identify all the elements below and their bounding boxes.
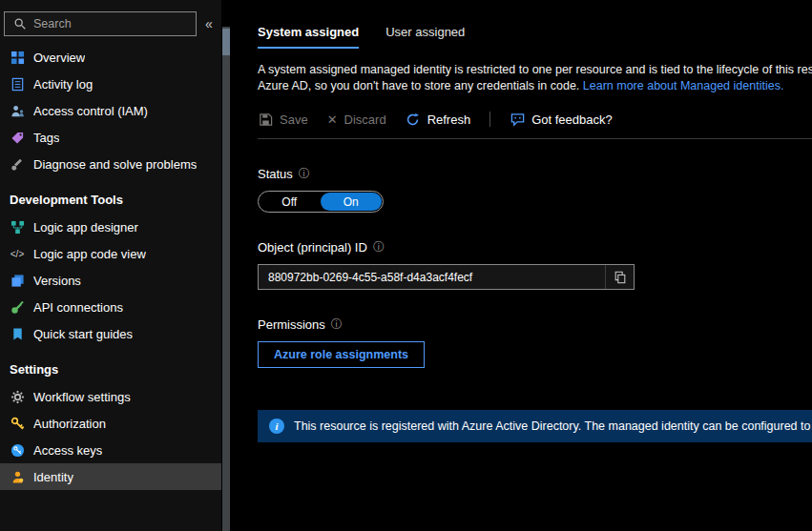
search-input[interactable]	[33, 17, 188, 31]
sidebar-item-api-connections[interactable]: API connections	[0, 294, 221, 320]
permissions-label-row: Permissions ⓘ	[258, 317, 812, 333]
banner-text: This resource is registered with Azure A…	[294, 419, 812, 433]
save-label: Save	[280, 112, 308, 127]
sidebar-item-label: Quick start guides	[33, 327, 133, 341]
tag-icon	[10, 130, 25, 145]
key-icon	[10, 416, 25, 431]
sidebar-item-label: Access keys	[33, 443, 102, 458]
access-keys-icon	[10, 442, 25, 458]
scrollbar-track[interactable]	[222, 27, 230, 531]
resource-sidebar: « Overview Activity log Access control (…	[0, 0, 221, 531]
sidebar-item-label: Logic app code view	[33, 247, 146, 261]
toggle-off-option[interactable]: Off	[259, 195, 321, 209]
object-id-info-icon[interactable]: ⓘ	[373, 239, 385, 255]
overview-icon	[10, 50, 25, 65]
description-line1: A system assigned managed identity is re…	[258, 62, 812, 78]
description-line2: Azure AD, so you don't have to store any…	[258, 78, 812, 94]
azure-role-assignments-button[interactable]: Azure role assignments	[258, 341, 425, 368]
discard-icon: ✕	[327, 112, 338, 127]
status-label: Status	[258, 167, 293, 181]
identity-pane: System assigned User assigned A system a…	[231, 0, 812, 531]
svg-text:</>: </>	[10, 249, 25, 259]
copy-button[interactable]	[605, 265, 634, 289]
sidebar-item-overview[interactable]: Overview	[0, 44, 221, 71]
sidebar-item-label: Logic app designer	[33, 220, 138, 235]
object-id-label: Object (principal) ID	[258, 240, 367, 255]
sidebar-item-label: Diagnose and solve problems	[33, 157, 197, 172]
sidebar-item-diagnose[interactable]: Diagnose and solve problems	[0, 151, 221, 177]
diagnose-icon	[10, 156, 25, 172]
sidebar-item-versions[interactable]: Versions	[0, 267, 221, 294]
tab-system-assigned[interactable]: System assigned	[258, 25, 359, 49]
sidebar-item-label: Access control (IAM)	[33, 104, 148, 118]
identity-icon	[10, 469, 25, 484]
toolbar-divider	[258, 138, 812, 139]
discard-label: Discard	[344, 112, 386, 127]
sidebar-item-label: Versions	[33, 274, 81, 288]
versions-icon	[10, 273, 25, 288]
feedback-icon	[510, 112, 525, 127]
sidebar-item-tags[interactable]: Tags	[0, 124, 221, 151]
discard-button[interactable]: ✕ Discard	[327, 112, 386, 127]
sidebar-item-label: Identity	[33, 470, 73, 484]
permissions-info-icon[interactable]: ⓘ	[331, 317, 343, 333]
permissions-label: Permissions	[258, 317, 325, 332]
quick-start-icon	[10, 326, 25, 341]
sidebar-section-development-tools: Development Tools	[0, 185, 221, 214]
access-control-icon	[10, 103, 25, 118]
save-button[interactable]: Save	[258, 112, 308, 127]
toggle-on-option[interactable]: On	[321, 193, 383, 211]
sidebar-item-label: Authorization	[33, 417, 106, 431]
designer-icon	[10, 219, 25, 235]
sidebar-item-access-control[interactable]: Access control (IAM)	[0, 97, 221, 124]
search-icon	[12, 16, 28, 31]
tab-user-assigned[interactable]: User assigned	[385, 25, 465, 49]
command-bar: Save ✕ Discard Refresh Got feedback?	[258, 112, 812, 127]
info-banner: i This resource is registered with Azure…	[258, 410, 812, 442]
sidebar-item-logic-app-code-view[interactable]: </> Logic app code view	[0, 240, 221, 267]
status-toggle[interactable]: Off On	[258, 191, 384, 213]
description-line2-text: Azure AD, so you don't have to store any…	[258, 79, 579, 92]
object-id-input[interactable]	[259, 265, 605, 289]
toolbar-separator	[489, 112, 490, 127]
sidebar-item-quick-start-guides[interactable]: Quick start guides	[0, 320, 221, 347]
sidebar-item-workflow-settings[interactable]: Workflow settings	[0, 383, 221, 410]
sidebar-item-logic-app-designer[interactable]: Logic app designer	[0, 214, 221, 240]
azure-portal-window: « Overview Activity log Access control (…	[0, 0, 812, 531]
collapse-sidebar-icon[interactable]: «	[200, 16, 218, 31]
search-box[interactable]	[4, 11, 197, 36]
feedback-button[interactable]: Got feedback?	[510, 112, 613, 127]
feedback-label: Got feedback?	[531, 112, 613, 127]
gear-icon	[10, 389, 25, 404]
sidebar-item-identity[interactable]: Identity	[0, 463, 221, 490]
scrollbar-thumb[interactable]	[222, 29, 230, 55]
object-id-label-row: Object (principal) ID ⓘ	[258, 239, 812, 255]
sidebar-item-access-keys[interactable]: Access keys	[0, 437, 221, 463]
api-connections-icon	[10, 299, 25, 315]
status-label-row: Status ⓘ	[258, 166, 812, 182]
activity-log-icon	[10, 76, 25, 92]
status-info-icon[interactable]: ⓘ	[299, 166, 310, 182]
refresh-button[interactable]: Refresh	[406, 112, 471, 127]
code-view-icon: </>	[10, 246, 25, 261]
learn-more-link[interactable]: Learn more about Managed identities.	[583, 79, 784, 92]
sidebar-item-label: API connections	[33, 300, 123, 315]
refresh-icon	[406, 112, 421, 127]
tab-bar: System assigned User assigned	[258, 25, 812, 49]
sidebar-item-activity-log[interactable]: Activity log	[0, 71, 221, 97]
sidebar-item-label: Overview	[33, 51, 85, 65]
sidebar-item-label: Workflow settings	[33, 390, 131, 404]
copy-icon	[613, 270, 628, 285]
sidebar-item-authorization[interactable]: Authorization	[0, 410, 221, 437]
sidebar-item-label: Tags	[33, 131, 59, 145]
banner-info-icon: i	[269, 419, 284, 434]
sidebar-section-settings: Settings	[0, 355, 221, 383]
sidebar-item-label: Activity log	[33, 77, 93, 92]
refresh-label: Refresh	[427, 112, 471, 127]
sidebar-scrollbar[interactable]	[221, 0, 231, 531]
object-id-field	[258, 264, 635, 290]
description: A system assigned managed identity is re…	[258, 62, 812, 94]
save-icon	[258, 112, 273, 127]
sidebar-search-row: «	[0, 0, 221, 44]
